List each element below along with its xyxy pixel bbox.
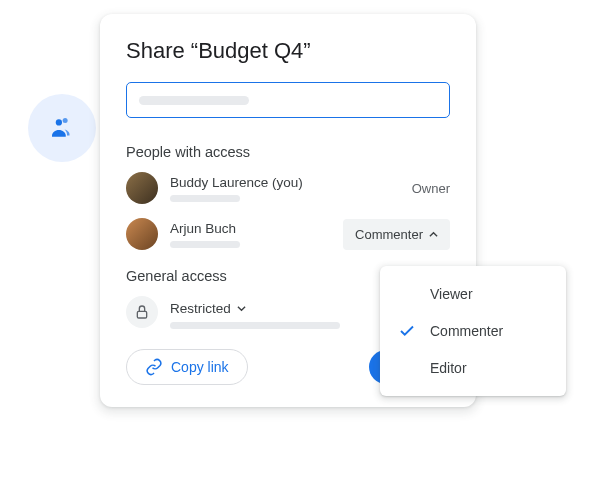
people-group-icon <box>47 113 77 143</box>
role-menu-item-commenter[interactable]: Commenter <box>380 312 566 350</box>
role-menu-item-editor[interactable]: Editor <box>380 350 566 386</box>
link-icon <box>145 358 163 376</box>
svg-rect-2 <box>137 311 146 318</box>
menu-item-label: Viewer <box>430 286 473 302</box>
role-owner-label: Owner <box>412 181 450 196</box>
people-section-label: People with access <box>126 144 450 160</box>
general-access-dropdown[interactable]: Restricted <box>170 301 246 316</box>
person-info: Buddy Laurence (you) <box>170 175 400 202</box>
check-icon <box>398 322 416 340</box>
menu-item-label: Editor <box>430 360 467 376</box>
general-access-value: Restricted <box>170 301 231 316</box>
copy-link-button[interactable]: Copy link <box>126 349 248 385</box>
person-info: Arjun Buch <box>170 221 331 248</box>
person-name: Buddy Laurence (you) <box>170 175 400 190</box>
person-row: Arjun Buch Commenter <box>126 218 450 250</box>
person-email-skeleton <box>170 195 240 202</box>
dialog-title: Share “Budget Q4” <box>126 38 450 64</box>
role-dropdown[interactable]: Commenter <box>343 219 450 250</box>
lock-circle <box>126 296 158 328</box>
person-email-skeleton <box>170 241 240 248</box>
role-dropdown-label: Commenter <box>355 227 423 242</box>
general-access-desc-skeleton <box>170 322 340 329</box>
caret-down-icon <box>237 304 246 313</box>
people-sidebar-circle <box>28 94 96 162</box>
avatar <box>126 172 158 204</box>
svg-point-1 <box>63 118 68 123</box>
role-menu: Viewer Commenter Editor <box>380 266 566 396</box>
svg-point-0 <box>56 119 62 125</box>
add-people-input[interactable] <box>126 82 450 118</box>
copy-link-label: Copy link <box>171 359 229 375</box>
menu-item-label: Commenter <box>430 323 503 339</box>
caret-up-icon <box>429 230 438 239</box>
person-row: Buddy Laurence (you) Owner <box>126 172 450 204</box>
person-name: Arjun Buch <box>170 221 331 236</box>
lock-icon <box>134 304 150 320</box>
input-placeholder-skeleton <box>139 96 249 105</box>
avatar <box>126 218 158 250</box>
role-menu-item-viewer[interactable]: Viewer <box>380 276 566 312</box>
